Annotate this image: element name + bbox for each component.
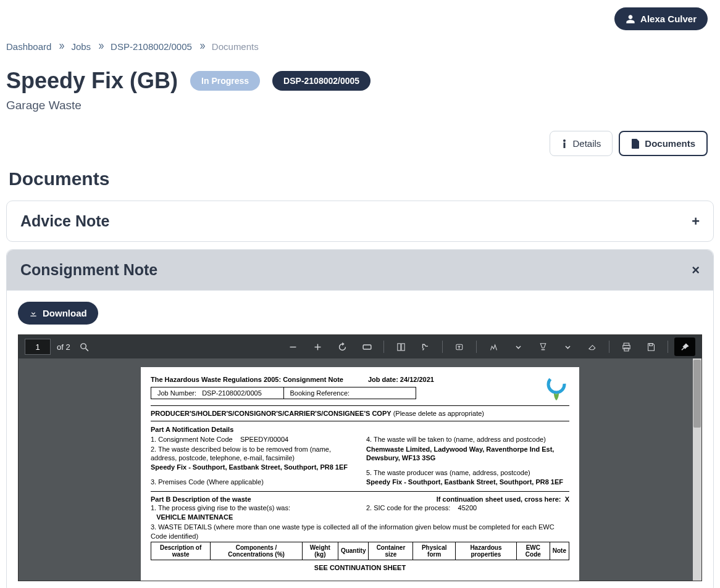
- chevron-down-icon[interactable]: [557, 337, 578, 356]
- breadcrumb-current: Documents: [212, 41, 259, 52]
- accordion-toggle-advice[interactable]: Advice Note +: [7, 201, 713, 241]
- accordion-advice-note: Advice Note +: [6, 201, 714, 242]
- pdf-scrollbar[interactable]: [693, 358, 701, 581]
- download-icon: [29, 309, 38, 318]
- tab-documents[interactable]: Documents: [619, 131, 708, 156]
- print-icon[interactable]: [616, 337, 637, 356]
- tab-details[interactable]: Details: [550, 131, 613, 156]
- waste-details-table: Description of wasteComponents / Concent…: [151, 542, 569, 560]
- save-icon[interactable]: [640, 337, 661, 356]
- advice-note-title: Advice Note: [20, 212, 109, 230]
- page-title: Speedy Fix (GB): [6, 68, 178, 94]
- svg-line-3: [86, 348, 88, 350]
- user-icon: [626, 14, 635, 24]
- breadcrumb-dashboard[interactable]: Dashboard: [6, 41, 51, 52]
- pin-icon[interactable]: [674, 337, 695, 356]
- zoom-in-icon[interactable]: [307, 337, 328, 356]
- doc-heading: The Hazardous Waste Regulations 2005: Co…: [151, 376, 343, 383]
- chevron-icon: [57, 41, 65, 52]
- draw-icon[interactable]: [483, 337, 504, 356]
- zoom-out-icon[interactable]: [282, 337, 303, 356]
- svg-rect-1: [564, 143, 566, 148]
- pdf-toolbar: of 2 T: [19, 335, 701, 358]
- user-name: Alexa Culver: [640, 14, 697, 24]
- breadcrumb: Dashboard Jobs DSP-2108002/0005 Document…: [0, 38, 720, 57]
- svg-rect-7: [363, 344, 371, 349]
- page-subtitle: Garage Waste: [0, 96, 720, 125]
- company-logo-icon: [543, 376, 569, 402]
- pdf-page-input[interactable]: [25, 339, 51, 355]
- chevron-down-icon[interactable]: [508, 337, 529, 356]
- pdf-viewer: of 2 T: [18, 334, 702, 581]
- plus-icon: +: [692, 213, 700, 230]
- highlight-icon[interactable]: [532, 337, 553, 356]
- fit-width-icon[interactable]: [356, 337, 377, 356]
- svg-point-17: [548, 376, 564, 392]
- consignment-note-title: Consignment Note: [20, 261, 157, 279]
- section-heading: Documents: [0, 165, 720, 201]
- job-number-badge: DSP-2108002/0005: [272, 71, 370, 91]
- breadcrumb-jobs[interactable]: Jobs: [71, 41, 91, 52]
- doc-job-date: Job date: 24/12/2021: [368, 376, 434, 383]
- erase-icon[interactable]: [582, 337, 603, 356]
- chevron-icon: [198, 41, 206, 52]
- close-icon: ×: [692, 262, 700, 278]
- svg-point-2: [81, 343, 86, 349]
- page-layout-icon[interactable]: [390, 337, 411, 356]
- accordion-toggle-consignment[interactable]: Consignment Note ×: [7, 250, 713, 290]
- rotate-icon[interactable]: [332, 337, 353, 356]
- svg-rect-15: [624, 347, 628, 350]
- read-aloud-icon[interactable]: [415, 337, 436, 356]
- breadcrumb-job-id[interactable]: DSP-2108002/0005: [111, 41, 192, 52]
- svg-text:T: T: [458, 345, 460, 349]
- chevron-icon: [97, 41, 104, 52]
- svg-rect-8: [397, 343, 400, 350]
- svg-rect-16: [649, 343, 652, 346]
- add-text-icon[interactable]: T: [449, 337, 470, 356]
- svg-point-0: [563, 139, 566, 142]
- pdf-page-total: of 2: [57, 342, 70, 352]
- user-menu[interactable]: Alexa Culver: [614, 7, 708, 30]
- download-button[interactable]: Download: [18, 302, 98, 325]
- search-icon[interactable]: [74, 337, 95, 356]
- status-badge: In Progress: [190, 71, 260, 91]
- info-icon: [561, 139, 567, 149]
- svg-rect-9: [401, 343, 404, 350]
- pdf-document: The Hazardous Waste Regulations 2005: Co…: [141, 367, 579, 581]
- file-icon: [631, 139, 640, 149]
- pdf-page-area[interactable]: The Hazardous Waste Regulations 2005: Co…: [19, 358, 701, 581]
- accordion-consignment-note: Consignment Note × Download of 2 T: [6, 249, 714, 588]
